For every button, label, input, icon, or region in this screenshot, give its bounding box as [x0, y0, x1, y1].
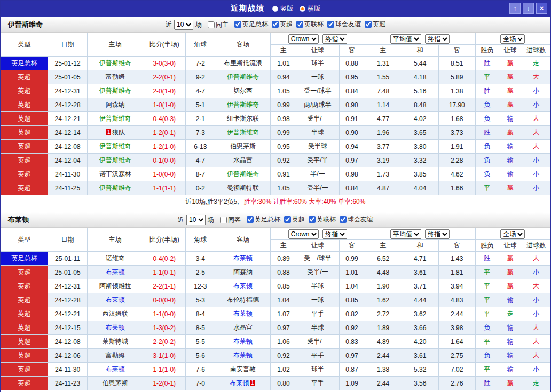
- match-score[interactable]: 2-2(1-1): [143, 279, 186, 293]
- match-score[interactable]: 1-3(0-2): [143, 321, 186, 335]
- competition-checkbox-input[interactable]: [247, 216, 254, 223]
- away-team[interactable]: 伊普斯维奇: [215, 70, 271, 84]
- competition-checkbox[interactable]: 英足总杯: [247, 215, 280, 224]
- euro-source-select[interactable]: 平均值: [390, 229, 421, 239]
- match-score[interactable]: 1-0(0-0): [143, 167, 186, 181]
- competition-checkbox-input[interactable]: [234, 21, 241, 28]
- match-score[interactable]: 0-4(0-2): [143, 252, 186, 266]
- same-venue-checkbox-input[interactable]: [220, 217, 227, 223]
- competition-checkbox-input[interactable]: [327, 21, 334, 28]
- home-team[interactable]: 伊普斯维奇: [88, 84, 143, 98]
- view-option-vertical[interactable]: 竖版: [272, 4, 293, 13]
- home-team[interactable]: 伊普斯维奇: [88, 181, 143, 195]
- away-team[interactable]: 布里斯托流浪: [215, 57, 271, 70]
- competition-checkbox-input[interactable]: [296, 21, 303, 28]
- match-score[interactable]: 2-0(1-0): [143, 84, 186, 98]
- competition-checkbox[interactable]: 英足总杯: [234, 20, 268, 29]
- competition-checkbox-input[interactable]: [340, 216, 347, 223]
- match-score[interactable]: 1-1(1-1): [143, 181, 186, 195]
- home-team[interactable]: 富勒姆: [88, 349, 143, 363]
- home-team[interactable]: 阿森纳: [88, 98, 143, 112]
- away-team[interactable]: 切尔西: [215, 84, 271, 98]
- home-team[interactable]: 西汉姆联: [88, 307, 143, 321]
- home-team[interactable]: 阿斯顿维拉: [88, 279, 143, 293]
- competition-checkbox[interactable]: 英冠: [365, 20, 385, 29]
- move-up-button[interactable]: ↑: [509, 3, 521, 14]
- away-team[interactable]: 南安普敦: [215, 363, 271, 377]
- away-team[interactable]: 水晶宫: [215, 321, 271, 335]
- same-venue-checkbox[interactable]: 同客: [220, 215, 241, 225]
- asia-odds-type-select[interactable]: 终指: [322, 34, 347, 44]
- match-count-select[interactable]: 10: [174, 20, 193, 30]
- competition-checkbox-input[interactable]: [365, 21, 372, 28]
- home-team[interactable]: 莱斯特城: [88, 335, 143, 349]
- away-team[interactable]: 曼彻斯特联: [215, 181, 271, 195]
- match-count-select[interactable]: 10: [186, 215, 206, 225]
- competition-checkbox-input[interactable]: [284, 216, 291, 223]
- competition-checkbox[interactable]: 英超: [284, 215, 305, 224]
- match-score[interactable]: 1-1(1-0): [143, 363, 186, 377]
- away-team[interactable]: 布伦特福德: [215, 293, 271, 307]
- home-team[interactable]: 布莱顿: [88, 321, 143, 335]
- match-score[interactable]: 1-1(0-0): [143, 307, 186, 321]
- away-team[interactable]: 纽卡斯尔联: [215, 112, 271, 126]
- same-venue-checkbox-input[interactable]: [208, 21, 215, 28]
- competition-checkbox[interactable]: 球会友谊: [327, 20, 361, 29]
- competition-checkbox-input[interactable]: [309, 216, 316, 223]
- competition-checkbox-input[interactable]: [272, 21, 279, 28]
- competition-checkbox[interactable]: 英联杯: [296, 20, 324, 29]
- match-score[interactable]: 3-1(1-0): [143, 349, 186, 363]
- home-team[interactable]: 诺维奇: [88, 252, 143, 266]
- away-team[interactable]: 伯恩茅斯: [215, 140, 271, 154]
- away-team[interactable]: 布莱顿: [215, 307, 271, 321]
- bookmaker-select[interactable]: Crown: [288, 34, 319, 44]
- match-score[interactable]: 1-0(1-0): [143, 98, 186, 112]
- home-team[interactable]: 伊普斯维奇: [88, 140, 143, 154]
- match-score[interactable]: 0-1(0-0): [143, 154, 186, 167]
- home-team[interactable]: 富勒姆: [88, 70, 143, 84]
- bookmaker-select[interactable]: Crown: [288, 229, 319, 239]
- match-score[interactable]: 3-0(3-0): [143, 57, 186, 70]
- match-score[interactable]: 1-1(0-1): [143, 266, 186, 279]
- scope-select[interactable]: 全场: [500, 34, 525, 44]
- home-team[interactable]: 1狼队: [88, 126, 143, 140]
- euro-source-select[interactable]: 平均值: [390, 34, 421, 44]
- view-option-horizontal[interactable]: 横版: [300, 4, 320, 13]
- home-team[interactable]: 伊普斯维奇: [88, 112, 143, 126]
- competition-checkbox[interactable]: 英超: [272, 20, 293, 29]
- home-team[interactable]: 布莱顿: [88, 363, 143, 377]
- away-team[interactable]: 布莱顿: [215, 252, 271, 266]
- away-team[interactable]: 阿森纳: [215, 266, 271, 279]
- close-button[interactable]: ×: [536, 3, 547, 14]
- away-team[interactable]: 水晶宫: [215, 154, 271, 167]
- away-team[interactable]: 伊普斯维奇: [215, 126, 271, 140]
- match-score[interactable]: 0-4(0-3): [143, 112, 186, 126]
- match-score[interactable]: 1-2(1-0): [143, 140, 186, 154]
- asia-odds-type-select[interactable]: 终指: [322, 229, 347, 239]
- home-team[interactable]: 伯恩茅斯: [88, 377, 143, 390]
- away-team[interactable]: 伊普斯维奇: [215, 98, 271, 112]
- scope-select[interactable]: 全场: [500, 229, 525, 239]
- home-team[interactable]: 诺丁汉森林: [88, 167, 143, 181]
- match-score[interactable]: 1-2(0-1): [143, 126, 186, 140]
- euro-odds-type-select[interactable]: 终指: [425, 229, 450, 239]
- match-score[interactable]: 0-0(0-0): [143, 293, 186, 307]
- euro-odds-type-select[interactable]: 终指: [425, 34, 450, 44]
- view-option-horizontal-label: 横版: [308, 4, 320, 13]
- competition-checkbox[interactable]: 英联杯: [309, 215, 336, 224]
- away-team[interactable]: 布莱顿: [215, 335, 271, 349]
- home-team[interactable]: 伊普斯维奇: [88, 154, 143, 167]
- home-team[interactable]: 布莱顿: [88, 266, 143, 279]
- competition-checkbox[interactable]: 球会友谊: [340, 215, 373, 224]
- home-team[interactable]: 伊普斯维奇: [88, 57, 143, 70]
- same-venue-checkbox[interactable]: 同主: [208, 20, 229, 29]
- move-down-button[interactable]: ↓: [523, 3, 534, 14]
- match-score[interactable]: 2-2(0-2): [143, 335, 186, 349]
- away-team[interactable]: 布莱顿1: [215, 377, 271, 390]
- away-team[interactable]: 布莱顿: [215, 279, 271, 293]
- match-score[interactable]: 2-2(0-1): [143, 70, 186, 84]
- home-team[interactable]: 布莱顿: [88, 293, 143, 307]
- match-score[interactable]: 1-2(0-1): [143, 377, 186, 390]
- away-team[interactable]: 伊普斯维奇: [215, 167, 271, 181]
- away-team[interactable]: 布莱顿: [215, 349, 271, 363]
